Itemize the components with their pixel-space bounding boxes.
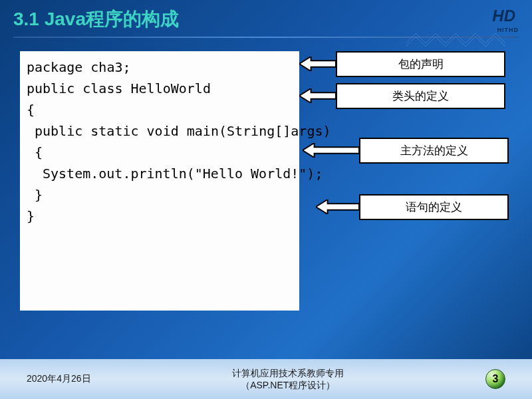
page-number: 3 xyxy=(485,369,505,389)
code-line: public class HelloWorld xyxy=(27,78,293,99)
svg-marker-3 xyxy=(316,200,359,214)
code-block: package cha3; public class HelloWorld { … xyxy=(20,51,299,311)
svg-marker-0 xyxy=(299,57,336,71)
annotation-label: 语句的定义 xyxy=(359,194,509,220)
annotation-label: 主方法的定义 xyxy=(359,138,509,164)
logo-sub-text: HITHD xyxy=(497,27,519,33)
svg-marker-1 xyxy=(299,88,336,103)
footer-date: 2020年4月26日 xyxy=(27,373,91,385)
annotation-label: 包的声明 xyxy=(336,51,505,77)
code-line: package cha3; xyxy=(27,57,293,78)
content-area: package cha3; public class HelloWorld { … xyxy=(13,51,519,337)
annotation-label: 类头的定义 xyxy=(336,83,505,109)
code-line: { xyxy=(27,99,293,120)
footer-line2: （ASP.NET程序设计） xyxy=(232,379,344,391)
code-line: } xyxy=(27,205,293,227)
footer: 2020年4月26日 计算机应用技术系教师专用 （ASP.NET程序设计） 3 xyxy=(0,359,532,399)
logo: HD HITHD xyxy=(479,7,519,33)
code-line: System.out.println("Hello World!"); xyxy=(27,163,293,184)
code-line: { xyxy=(27,142,293,163)
logo-main-text: HD xyxy=(492,7,515,25)
svg-marker-2 xyxy=(303,143,359,158)
arrow-left-icon xyxy=(303,143,359,158)
code-line: } xyxy=(27,184,293,205)
arrow-left-icon xyxy=(299,57,336,71)
arrow-left-icon xyxy=(316,200,359,214)
footer-line1: 计算机应用技术系教师专用 xyxy=(232,367,344,379)
decorative-pattern xyxy=(406,33,512,53)
footer-center: 计算机应用技术系教师专用 （ASP.NET程序设计） xyxy=(232,367,344,391)
arrow-left-icon xyxy=(299,88,336,103)
code-line: public static void main(String[]args) xyxy=(27,120,293,142)
slide-title: 3.1 Java程序的构成 xyxy=(13,7,179,32)
